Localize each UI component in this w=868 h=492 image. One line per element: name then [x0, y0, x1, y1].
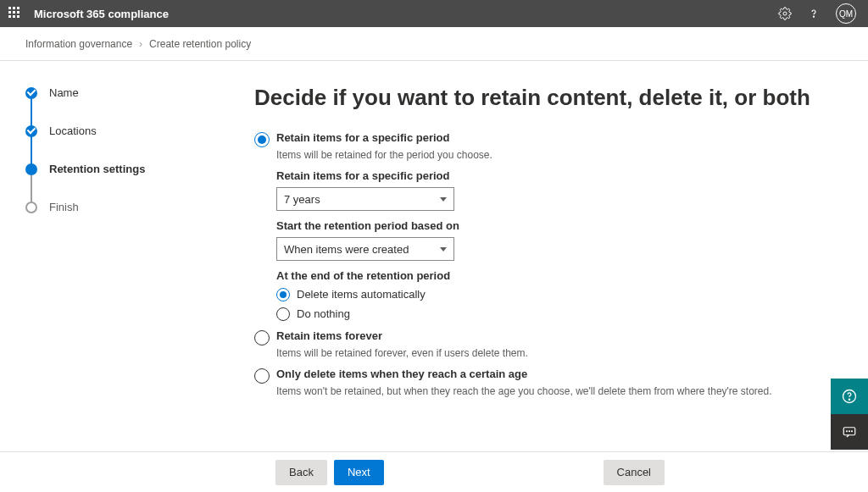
- app-title: Microsoft 365 compliance: [34, 8, 169, 20]
- breadcrumb: Information governance › Create retentio…: [0, 27, 868, 61]
- step-pending-icon: [25, 202, 37, 213]
- wizard-step-finish: Finish: [25, 201, 254, 213]
- radio-icon: [254, 132, 270, 147]
- svg-point-3: [849, 399, 849, 400]
- radio-icon: [276, 307, 290, 321]
- user-avatar[interactable]: QM: [836, 3, 856, 24]
- step-current-icon: [25, 163, 37, 175]
- top-bar: Microsoft 365 compliance QM: [0, 0, 868, 27]
- wizard-footer: Back Next Cancel: [0, 451, 868, 492]
- main-content: Decide if you want to retain content, de…: [254, 61, 868, 451]
- radio-icon: [254, 330, 270, 346]
- radio-icon: [276, 288, 290, 301]
- chevron-down-icon: [440, 247, 447, 252]
- cancel-button[interactable]: Cancel: [604, 460, 665, 485]
- feedback-button[interactable]: [831, 414, 868, 450]
- wizard-step-retention-settings[interactable]: Retention settings: [25, 163, 254, 201]
- radio-do-nothing[interactable]: Do nothing: [276, 307, 834, 321]
- radio-only-delete[interactable]: Only delete items when they reach a cert…: [254, 368, 834, 384]
- svg-point-7: [852, 431, 853, 432]
- step-complete-icon: [25, 125, 37, 137]
- start-period-label: Start the retention period based on: [276, 219, 834, 232]
- wizard-step-locations[interactable]: Locations: [25, 124, 254, 163]
- step-complete-icon: [25, 87, 37, 99]
- svg-point-1: [813, 16, 814, 17]
- radio-retain-specific-period[interactable]: Retain items for a specific period: [254, 131, 834, 147]
- retain-period-dropdown[interactable]: 7 years: [276, 187, 454, 211]
- back-button[interactable]: Back: [275, 460, 327, 485]
- settings-icon[interactable]: [778, 7, 792, 20]
- end-period-label: At the end of the retention period: [276, 269, 834, 282]
- help-panel-button[interactable]: [831, 379, 868, 414]
- breadcrumb-root[interactable]: Information governance: [25, 38, 132, 50]
- radio-retain-forever[interactable]: Retain items forever: [254, 329, 834, 346]
- chevron-right-icon: ›: [139, 38, 142, 50]
- radio-only-delete-desc: Items won't be retained, but when they r…: [276, 385, 834, 397]
- page-title: Decide if you want to retain content, de…: [254, 85, 834, 111]
- retain-period-label: Retain items for a specific period: [276, 169, 834, 182]
- svg-point-0: [783, 12, 787, 15]
- wizard-steps: Name Locations Retention settings Finish: [0, 61, 254, 451]
- svg-point-6: [849, 431, 850, 432]
- app-launcher-icon[interactable]: [8, 7, 22, 20]
- radio-retain-specific-period-desc: Items will be retained for the period yo…: [276, 149, 834, 161]
- radio-icon: [254, 368, 270, 384]
- breadcrumb-current: Create retention policy: [149, 38, 251, 50]
- radio-delete-automatically[interactable]: Delete items automatically: [276, 287, 834, 301]
- start-period-dropdown[interactable]: When items were created: [276, 237, 454, 261]
- wizard-step-name[interactable]: Name: [25, 86, 254, 124]
- next-button[interactable]: Next: [334, 460, 384, 485]
- help-icon[interactable]: [807, 7, 821, 20]
- radio-retain-forever-desc: Items will be retained forever, even if …: [276, 347, 834, 359]
- svg-point-5: [847, 431, 848, 432]
- chevron-down-icon: [440, 197, 447, 202]
